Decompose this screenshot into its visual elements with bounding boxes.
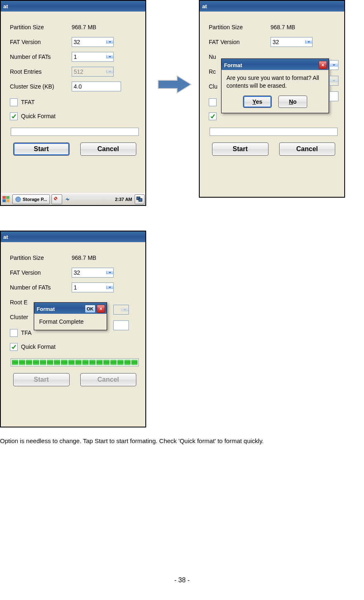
dropdown-fat-version-value: 32 xyxy=(72,269,106,276)
label-num-fats: Number of FATs xyxy=(10,284,72,291)
screenshot-format-main: at Partition Size 968.7 MB FAT Version 3… xyxy=(0,0,146,206)
cancel-button: Cancel xyxy=(80,373,137,386)
label-root-trunc: Root E xyxy=(10,299,35,306)
complete-dialog: Format OK × Format Complete xyxy=(34,302,107,330)
dropdown-fat-version[interactable]: 32 xyxy=(271,37,313,47)
chevron-down-icon xyxy=(106,70,113,73)
value-partition-size: 968.7 MB xyxy=(72,24,96,30)
dropdown-root-entries: 512 xyxy=(72,67,114,77)
chevron-down-icon xyxy=(330,63,338,67)
progress-bar-empty xyxy=(210,128,338,136)
chevron-down-icon[interactable] xyxy=(106,40,113,44)
chevron-down-icon[interactable] xyxy=(106,55,113,58)
label-cluster-trunc: Cluster xyxy=(10,314,35,320)
dropdown-fat-version-value: 32 xyxy=(271,39,305,45)
ok-button[interactable]: OK xyxy=(85,305,96,313)
start-button[interactable]: Start xyxy=(212,142,268,156)
taskbar-clock[interactable]: 2:37 AM xyxy=(115,197,132,202)
label-tfa-trunc: TFA xyxy=(21,329,32,336)
label-root-entries: Root Entries xyxy=(10,68,72,75)
window-titlebar: at xyxy=(1,231,145,242)
tray-monitor-icon[interactable] xyxy=(135,194,145,204)
row-fat-version: FAT Version 32 xyxy=(10,265,140,280)
dialog-message: Are you sure you want to format? All con… xyxy=(222,70,329,94)
label-partition-size: Partition Size xyxy=(10,254,72,261)
start-button[interactable]: Start xyxy=(13,142,70,156)
row-quick-format[interactable]: Quick Format xyxy=(10,110,140,122)
chevron-down-icon xyxy=(121,308,128,311)
dropdown-num-fats-value: 1 xyxy=(72,54,106,60)
dropdown-fat-version-value: 32 xyxy=(72,39,106,45)
window-title: at xyxy=(202,3,207,9)
label-cluster-trunc: Clu xyxy=(209,83,221,90)
row-root-entries: Root Entries 512 xyxy=(10,64,140,79)
cancel-button[interactable]: Cancel xyxy=(279,142,336,156)
checkbox-tfat[interactable] xyxy=(209,98,217,106)
chevron-down-icon[interactable] xyxy=(305,40,312,44)
dialog-button-row: Yes No xyxy=(222,94,329,113)
input-cluster-size-value: 4.0 xyxy=(72,83,121,90)
dialog-title: Format xyxy=(37,306,55,312)
button-row: Start Cancel xyxy=(209,142,338,156)
confirm-dialog: Format × Are you sure you want to format… xyxy=(221,58,329,113)
start-flag-icon[interactable] xyxy=(1,194,12,204)
taskbar[interactable]: Storage P... 2:37 AM xyxy=(1,193,145,205)
svg-point-4 xyxy=(16,197,21,202)
taskbar-item-label: Storage P... xyxy=(23,197,47,202)
row-cluster-size: Cluster Size (KB) 4.0 xyxy=(10,79,140,94)
checkbox-quick-format[interactable] xyxy=(10,112,18,120)
label-fat-version: FAT Version xyxy=(10,39,72,45)
checkbox-tfat[interactable] xyxy=(10,98,18,106)
value-partition-size: 968.7 MB xyxy=(271,24,295,30)
label-fat-version: FAT Version xyxy=(209,39,271,45)
taskbar-item[interactable]: Storage P... xyxy=(12,194,50,204)
checkbox-quick-format[interactable] xyxy=(10,343,18,351)
row-tfat[interactable]: TFAT xyxy=(10,96,140,108)
label-fat-version: FAT Version xyxy=(10,269,72,276)
label-num-fats: Number of FATs xyxy=(10,54,72,60)
chevron-down-icon xyxy=(330,79,338,82)
window-titlebar: at xyxy=(200,1,344,12)
svg-rect-7 xyxy=(139,198,142,201)
row-fat-version: FAT Version 32 xyxy=(209,35,338,49)
close-icon[interactable]: × xyxy=(319,61,327,69)
cancel-button[interactable]: Cancel xyxy=(80,142,137,156)
close-icon[interactable]: × xyxy=(97,305,105,313)
form-body: Partition Size 968.7 MB FAT Version 32 N… xyxy=(1,12,145,156)
tray-connection-icon[interactable] xyxy=(64,195,71,204)
yes-button[interactable]: Yes xyxy=(243,96,272,108)
dropdown-num-fats-value: 1 xyxy=(72,284,106,291)
network-icon[interactable] xyxy=(51,194,62,204)
dropdown-fat-version[interactable]: 32 xyxy=(72,268,114,278)
behind-popup-fragments xyxy=(113,305,129,330)
chevron-down-icon[interactable] xyxy=(106,271,113,274)
dialog-message: Format Complete xyxy=(34,314,107,330)
window-title: at xyxy=(3,3,8,9)
label-num-fats-trunc: Nu xyxy=(209,54,221,60)
button-row: Start Cancel xyxy=(10,373,140,386)
checkbox-tfat[interactable] xyxy=(10,329,18,337)
label-tfat: TFAT xyxy=(21,99,35,105)
arrow-icon xyxy=(156,74,193,95)
progress-bar-empty xyxy=(11,128,139,136)
label-partition-size: Partition Size xyxy=(10,24,72,30)
label-quick-format: Quick Format xyxy=(21,113,56,119)
checkbox-quick-format[interactable] xyxy=(209,112,217,120)
dropdown-fat-version[interactable]: 32 xyxy=(72,37,114,47)
label-cluster-size: Cluster Size (KB) xyxy=(10,83,72,90)
svg-rect-0 xyxy=(2,196,6,199)
row-partition-size: Partition Size 968.7 MB xyxy=(10,20,140,35)
row-quick-format[interactable]: Quick Format xyxy=(10,341,140,353)
dropdown-num-fats[interactable]: 1 xyxy=(72,282,114,292)
svg-rect-2 xyxy=(2,199,6,202)
chevron-down-icon[interactable] xyxy=(106,286,113,289)
label-partition-size: Partition Size xyxy=(209,24,271,30)
row-num-fats: Number of FATs 1 xyxy=(10,280,140,295)
input-cluster-size[interactable]: 4.0 xyxy=(72,82,121,91)
dropdown-num-fats[interactable]: 1 xyxy=(72,52,114,62)
window-titlebar: at xyxy=(1,1,145,12)
label-quick-format: Quick Format xyxy=(21,343,56,350)
no-button[interactable]: No xyxy=(278,96,307,108)
button-row: Start Cancel xyxy=(10,142,140,156)
row-partition-size: Partition Size 968.7 MB xyxy=(10,250,140,265)
